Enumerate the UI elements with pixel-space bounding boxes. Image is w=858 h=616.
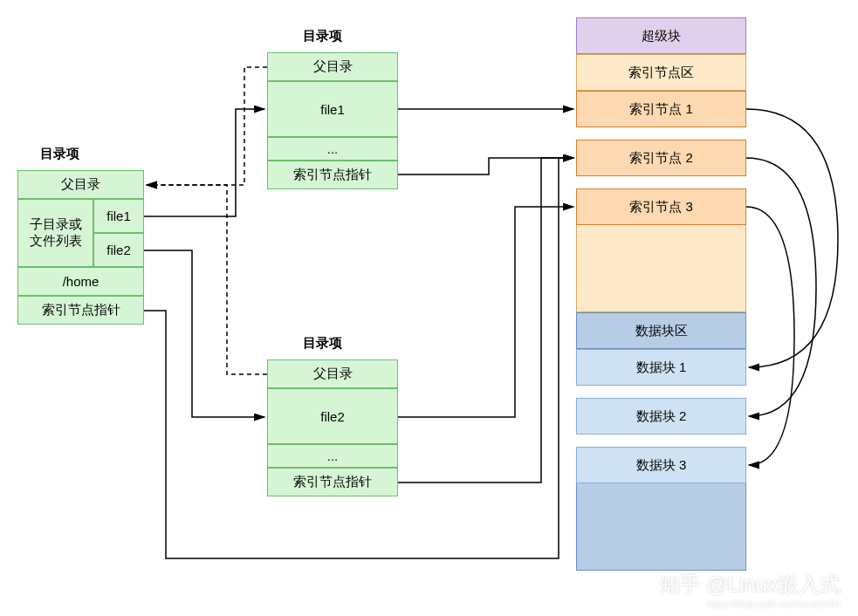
disk-data-area-filler xyxy=(576,483,746,571)
top-dir-inode-ptr: 索引节点指针 xyxy=(267,161,398,189)
arrow-inode2-to-data2 xyxy=(746,158,816,416)
disk-data2: 数据块 2 xyxy=(576,398,746,435)
top-dir-file: file1 xyxy=(267,81,398,137)
top-dir-title: 目录项 xyxy=(303,28,342,44)
bottom-dir-parent: 父目录 xyxy=(267,359,398,388)
arrow-bottomfile-to-inode3 xyxy=(398,207,573,417)
left-dir-path: /home xyxy=(17,267,144,296)
arrow-leftptr-to-inode2 xyxy=(144,158,573,558)
arrow-topparent-back xyxy=(147,67,267,185)
arrow-bottomparent-back xyxy=(147,185,267,374)
disk-data1: 数据块 1 xyxy=(576,349,746,386)
disk-data3: 数据块 3 xyxy=(576,447,746,483)
arrow-inode1-to-data1 xyxy=(746,109,838,367)
top-dir-ellipsis: ... xyxy=(267,137,398,161)
disk-inode3: 索引节点 3 xyxy=(576,188,746,225)
left-dir-sublist-label: 子目录或 文件列表 xyxy=(17,199,93,267)
bottom-dir-title: 目录项 xyxy=(303,335,342,352)
arrow-file1-to-topdir xyxy=(144,109,264,216)
left-dir-parent: 父目录 xyxy=(17,170,144,199)
arrow-file2-to-bottomdir xyxy=(144,250,264,417)
watermark-sub: https://blog.csdn.net/wxvalentin xyxy=(659,599,841,609)
disk-inode1: 索引节点 1 xyxy=(576,91,746,127)
arrow-topptr-to-inode2 xyxy=(398,158,573,175)
disk-inode2: 索引节点 2 xyxy=(576,140,746,176)
left-dir-file2: file2 xyxy=(93,233,144,267)
watermark-main: 知乎 @Linux嵌入式 xyxy=(659,572,841,596)
bottom-dir-file: file2 xyxy=(267,388,398,444)
disk-inode-area: 索引节点区 xyxy=(576,54,746,91)
bottom-dir-ellipsis: ... xyxy=(267,444,398,468)
bottom-dir-inode-ptr: 索引节点指针 xyxy=(267,468,398,496)
top-dir-parent: 父目录 xyxy=(267,52,398,81)
left-dir-inode-ptr: 索引节点指针 xyxy=(17,296,144,325)
disk-inode-area-filler xyxy=(576,225,746,312)
left-dir-title: 目录项 xyxy=(40,146,79,162)
arrow-inode3-to-data3 xyxy=(746,207,794,465)
watermark: 知乎 @Linux嵌入式 https://blog.csdn.net/wxval… xyxy=(659,571,841,609)
left-dir-file1: file1 xyxy=(93,199,144,233)
arrow-bottomptr-to-inode2 xyxy=(398,158,573,483)
disk-superblock: 超级块 xyxy=(576,17,746,54)
disk-data-area: 数据块区 xyxy=(576,312,746,349)
